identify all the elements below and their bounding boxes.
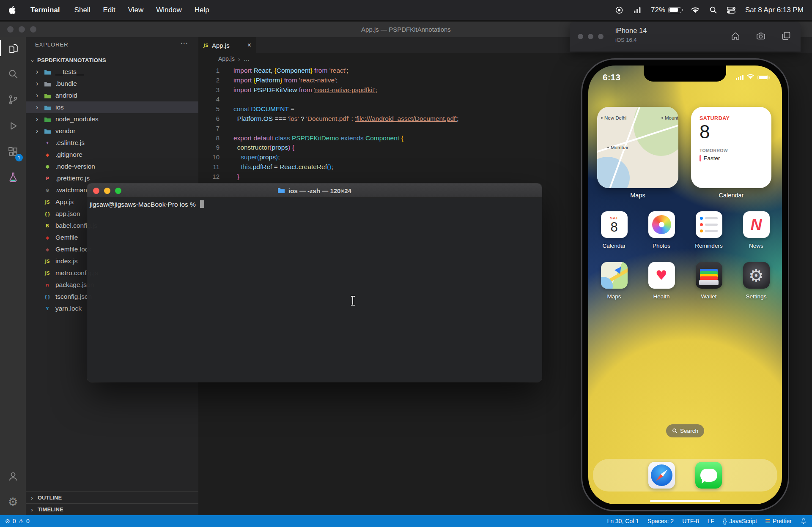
terminal-window[interactable]: ios — -zsh — 120×24 jigsaw@jigsaws-MacBo… — [87, 183, 542, 382]
line-number: 7 — [198, 124, 219, 134]
sidebar-sections: ›OUTLINE›TIMELINE — [26, 492, 198, 515]
battery-status[interactable]: 72% — [651, 6, 681, 14]
calendar-widget[interactable]: SATURDAY 8 TOMORROW Easter — [691, 107, 771, 188]
network-activity-icon[interactable] — [633, 6, 642, 14]
screenshot-camera-icon[interactable] — [756, 31, 766, 43]
app-calendar[interactable]: SAT8Calendar — [598, 211, 630, 249]
home-button-icon[interactable] — [730, 31, 741, 43]
app-health[interactable]: ♥Health — [645, 262, 678, 300]
tree-item-.prettierrc.js[interactable]: P.prettierrc.js — [26, 172, 198, 184]
extensions-activity-icon[interactable]: 1 — [0, 142, 26, 162]
tree-item-__tests__[interactable]: ›__tests__ — [26, 66, 198, 78]
wallet-app-icon[interactable] — [696, 262, 722, 289]
app-photos[interactable]: Photos — [645, 211, 678, 249]
tree-item-label: __tests__ — [55, 68, 84, 76]
tree-item-node_modules[interactable]: ›node_modules — [26, 113, 198, 125]
chevron-right-icon: › — [36, 104, 44, 111]
screen-recording-icon[interactable] — [614, 5, 624, 15]
activity-bar: 1 ⚙ — [0, 37, 26, 515]
menu-view[interactable]: View — [128, 6, 144, 14]
js-file-icon: JS — [203, 43, 208, 48]
search-activity-icon[interactable] — [0, 64, 26, 84]
news-app-icon[interactable]: N — [743, 211, 770, 238]
wifi-icon — [746, 74, 754, 81]
settings-app-icon[interactable]: ⚙ — [743, 262, 770, 289]
messages-app-icon[interactable] — [695, 462, 722, 489]
zoom-window-button[interactable] — [598, 34, 604, 39]
tree-item-label: android — [55, 92, 77, 99]
eol-setting[interactable]: LF — [708, 518, 714, 524]
simulator-title-bar[interactable]: iPhone 14 iOS 16.4 — [570, 22, 801, 52]
extension-flask-icon[interactable] — [0, 167, 26, 188]
app-settings[interactable]: ⚙Settings — [740, 262, 772, 300]
menu-window[interactable]: Window — [156, 6, 181, 14]
map-city-label: New Delhi — [601, 115, 626, 120]
chevron-right-icon: › — [31, 506, 38, 513]
formatter-status[interactable]: Prettier — [765, 518, 792, 524]
health-app-icon[interactable]: ♥ — [648, 262, 675, 289]
line-number: 12 — [198, 172, 219, 182]
run-debug-activity-icon[interactable] — [0, 116, 26, 136]
wifi-icon[interactable] — [691, 7, 700, 14]
tree-item-android[interactable]: ›android — [26, 90, 198, 101]
minimize-window-button[interactable] — [19, 26, 25, 33]
notifications-bell-icon[interactable] — [800, 518, 807, 524]
tree-item-.gitignore[interactable]: ◆.gitignore — [26, 149, 198, 161]
menu-app-name[interactable]: Terminal — [30, 6, 60, 14]
explorer-activity-icon[interactable] — [0, 38, 26, 58]
app-maps[interactable]: Maps — [598, 262, 630, 300]
problems-indicator[interactable]: ⊘ 0 ⚠ 0 — [5, 518, 30, 524]
reminders-app-icon[interactable] — [696, 211, 722, 238]
menu-help[interactable]: Help — [195, 6, 209, 14]
encoding-setting[interactable]: UTF-8 — [682, 518, 699, 524]
spotlight-search-pill[interactable]: Search — [666, 424, 704, 437]
breadcrumb-more[interactable]: … — [244, 55, 250, 62]
home-indicator[interactable] — [650, 500, 720, 502]
menu-clock[interactable]: Sat 8 Apr 6:13 PM — [745, 6, 804, 14]
apple-menu-icon[interactable] — [8, 5, 16, 14]
close-window-button[interactable] — [7, 26, 14, 33]
cursor-position[interactable]: Ln 30, Col 1 — [607, 518, 639, 524]
breadcrumb[interactable]: App.js › … — [218, 53, 250, 64]
menu-shell[interactable]: Shell — [74, 6, 91, 14]
safari-app-icon[interactable] — [648, 462, 675, 489]
close-window-button[interactable] — [578, 34, 583, 39]
project-root-folder[interactable]: ⌄ PSPDFKITANNOTATIONS — [26, 54, 198, 66]
terminal-title-bar[interactable]: ios — -zsh — 120×24 — [87, 183, 542, 198]
spotlight-search-icon[interactable] — [709, 6, 717, 14]
explorer-actions-icon[interactable]: ⋯ — [180, 38, 188, 48]
app-reminders[interactable]: Reminders — [693, 211, 725, 249]
close-tab-icon[interactable]: × — [247, 41, 251, 49]
calendar-app-icon[interactable]: SAT8 — [601, 211, 628, 238]
section-timeline[interactable]: ›TIMELINE — [26, 503, 198, 515]
control-center-icon[interactable] — [727, 6, 736, 14]
search-label: Search — [680, 428, 698, 434]
photos-app-icon[interactable] — [648, 211, 675, 238]
formatter-label: Prettier — [773, 518, 792, 524]
settings-gear-icon[interactable]: ⚙ — [0, 492, 26, 512]
tree-item-.node-version[interactable]: ⬢.node-version — [26, 161, 198, 172]
app-news[interactable]: NNews — [740, 211, 772, 249]
tree-item-.bundle[interactable]: ›.bundle — [26, 78, 198, 90]
indentation-setting[interactable]: Spaces: 2 — [647, 518, 674, 524]
new-window-icon[interactable] — [781, 31, 791, 43]
language-mode[interactable]: {} JavaScript — [723, 518, 757, 524]
breadcrumb-file[interactable]: App.js — [218, 55, 235, 62]
app-wallet[interactable]: Wallet — [693, 262, 725, 300]
zoom-window-button[interactable] — [30, 26, 36, 33]
source-control-activity-icon[interactable] — [0, 90, 26, 110]
tree-item-vendor[interactable]: ›vendor — [26, 125, 198, 137]
maps-app-icon[interactable] — [601, 262, 628, 289]
terminal-body[interactable]: jigsaw@jigsaws-MacBook-Pro ios % — [87, 198, 542, 208]
accounts-icon[interactable] — [0, 466, 26, 486]
menu-edit[interactable]: Edit — [103, 6, 115, 14]
maps-widget[interactable]: New Delhi Mount E Mumbai — [597, 107, 678, 188]
app-label: Health — [653, 293, 669, 300]
tree-item-ios[interactable]: ›ios — [26, 101, 198, 113]
section-outline[interactable]: ›OUTLINE — [26, 492, 198, 503]
tree-item-.eslintrc.js[interactable]: ✦.eslintrc.js — [26, 137, 198, 149]
minimize-window-button[interactable] — [588, 34, 593, 39]
line-number: 4 — [198, 95, 219, 104]
tab-appjs[interactable]: JS App.js × — [198, 37, 256, 53]
line-number: 1 — [198, 66, 219, 76]
